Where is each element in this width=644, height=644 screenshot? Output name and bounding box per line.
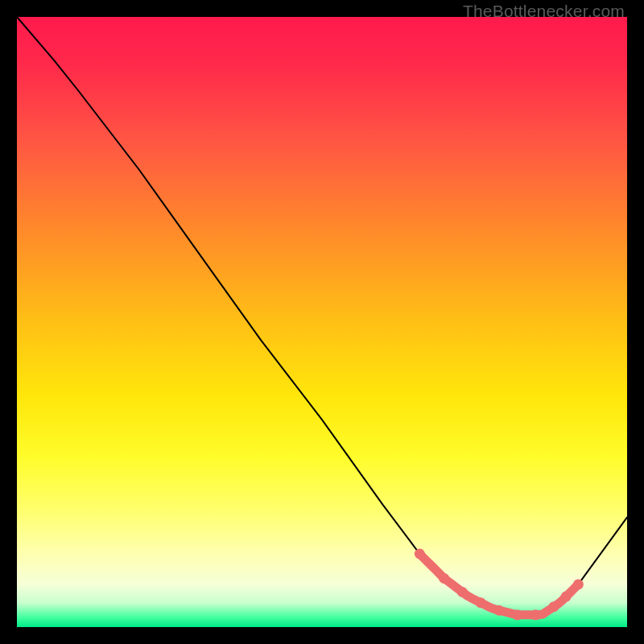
highlight-marker <box>573 579 584 589</box>
chart-container: TheBottlenecker.com <box>0 0 644 644</box>
highlight-marker <box>476 597 486 608</box>
highlight-marker <box>439 573 449 584</box>
highlight-markers <box>415 549 584 621</box>
plot-area <box>17 17 627 627</box>
highlight-marker <box>561 592 572 602</box>
highlight-marker <box>493 605 504 616</box>
curve-svg <box>17 17 627 627</box>
highlight-marker <box>415 549 425 559</box>
highlight-marker <box>512 609 522 620</box>
bottleneck-curve <box>17 17 627 615</box>
highlight-marker <box>457 587 468 597</box>
highlight-marker <box>549 601 559 612</box>
highlight-marker <box>530 609 541 620</box>
